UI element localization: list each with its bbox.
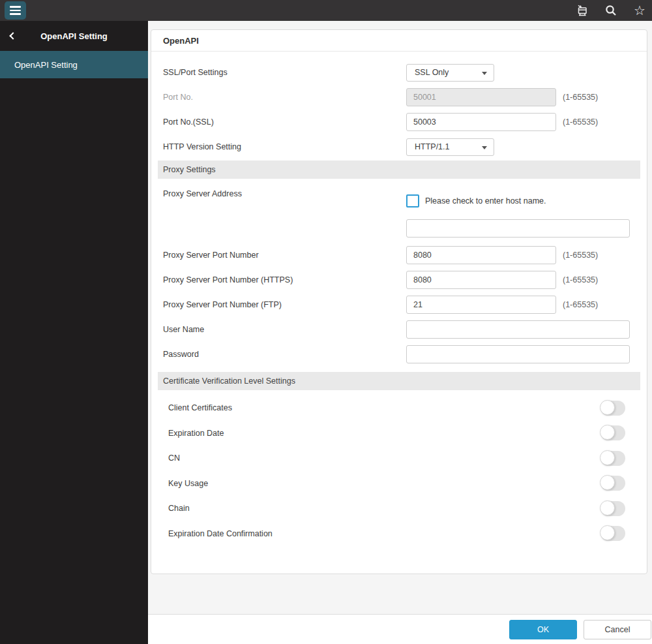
hamburger-icon (10, 6, 21, 8)
user-name-input[interactable] (406, 320, 630, 339)
footer-bar: OK Cancel (148, 614, 652, 644)
toggle-knob (600, 450, 615, 465)
sidebar-item-label: OpenAPI Setting (14, 60, 78, 70)
expiration-date-toggle[interactable] (600, 425, 625, 440)
key-usage-label: Key Usage (168, 479, 600, 488)
search-icon (604, 4, 617, 17)
sidebar-item-openapi-setting[interactable]: OpenAPI Setting (0, 51, 148, 78)
password-row: Password (151, 342, 647, 367)
port-no-ssl-row: Port No.(SSL) (1-65535) (151, 110, 647, 134)
topbar: ☆ (0, 0, 652, 21)
chain-label: Chain (168, 504, 600, 513)
expiration-date-confirmation-toggle[interactable] (600, 526, 625, 541)
proxy-port-ftp-input[interactable] (406, 296, 556, 314)
sidebar-title: OpenAPI Setting (40, 31, 108, 41)
star-icon: ☆ (634, 4, 645, 17)
expiration-date-confirmation-row: Expiration Date Confirmation (151, 521, 647, 547)
proxy-port-input[interactable] (406, 246, 556, 264)
menu-hamburger-button[interactable] (5, 1, 26, 20)
expiration-date-row: Expiration Date (151, 421, 647, 446)
page-title: OpenAPI (151, 30, 647, 52)
sidebar: OpenAPI Setting OpenAPI Setting (0, 21, 148, 644)
back-chevron-icon[interactable] (9, 32, 16, 39)
hamburger-icon (10, 10, 21, 12)
http-version-row: HTTP Version Setting HTTP/1.1 (151, 134, 647, 159)
http-version-value: HTTP/1.1 (415, 142, 450, 151)
password-label: Password (163, 350, 406, 359)
port-no-ssl-input[interactable] (406, 113, 556, 131)
hostname-checkbox[interactable] (406, 194, 419, 207)
proxy-port-https-input[interactable] (406, 271, 556, 289)
proxy-server-address-row: Proxy Server Address Please check to ent… (151, 181, 647, 243)
proxy-port-https-range-hint: (1-65535) (563, 275, 598, 284)
password-input[interactable] (406, 345, 630, 363)
sidebar-header: OpenAPI Setting (0, 21, 148, 51)
cancel-button[interactable]: Cancel (584, 620, 651, 639)
settings-card: OpenAPI SSL/Port Settings SSL Only Port … (151, 29, 647, 574)
port-no-row: Port No. (1-65535) (151, 85, 647, 110)
expiration-date-label: Expiration Date (168, 429, 600, 438)
cn-row: CN (151, 446, 647, 471)
port-no-input (406, 88, 556, 106)
proxy-host-input[interactable] (406, 219, 630, 238)
proxy-port-ftp-range-hint: (1-65535) (563, 300, 598, 309)
port-no-range-hint: (1-65535) (563, 93, 598, 102)
chain-row: Chain (151, 496, 647, 521)
client-certificates-toggle[interactable] (600, 401, 625, 416)
user-name-row: User Name (151, 317, 647, 342)
port-no-ssl-label: Port No.(SSL) (163, 117, 406, 127)
proxy-port-https-label: Proxy Server Port Number (HTTPS) (163, 275, 406, 284)
proxy-port-range-hint: (1-65535) (563, 251, 598, 260)
proxy-port-row: Proxy Server Port Number (1-65535) (151, 243, 647, 268)
topbar-actions: ☆ (574, 2, 648, 19)
ssl-port-settings-label: SSL/Port Settings (163, 68, 406, 77)
port-no-label: Port No. (163, 93, 406, 102)
proxy-port-label: Proxy Server Port Number (163, 251, 406, 260)
proxy-port-ftp-label: Proxy Server Port Number (FTP) (163, 300, 406, 309)
cn-label: CN (168, 453, 600, 463)
expiration-date-confirmation-label: Expiration Date Confirmation (168, 529, 600, 538)
search-button[interactable] (602, 2, 619, 19)
ssl-port-settings-select[interactable]: SSL Only (406, 64, 494, 82)
user-name-label: User Name (163, 325, 406, 334)
certificate-toggles: Client Certificates Expiration Date CN K… (151, 390, 647, 546)
toggle-knob (600, 475, 615, 490)
printer-device-button[interactable] (574, 2, 591, 19)
proxy-server-address-controls: Please check to enter host name. (406, 181, 630, 243)
key-usage-toggle[interactable] (600, 476, 625, 491)
hamburger-icon (10, 13, 21, 15)
port-no-ssl-range-hint: (1-65535) (563, 117, 598, 127)
toggle-knob (600, 525, 615, 540)
proxy-settings-header: Proxy Settings (158, 161, 640, 179)
proxy-server-address-label: Proxy Server Address (163, 181, 406, 243)
client-certificates-row: Client Certificates (151, 395, 647, 421)
cn-toggle[interactable] (600, 451, 625, 466)
ssl-port-settings-value: SSL Only (415, 68, 449, 77)
ok-button[interactable]: OK (509, 620, 577, 639)
http-version-select[interactable]: HTTP/1.1 (406, 138, 494, 156)
http-version-label: HTTP Version Setting (163, 142, 406, 151)
favorite-button[interactable]: ☆ (631, 2, 648, 19)
hostname-checkbox-row: Please check to enter host name. (406, 194, 630, 207)
main-area: OpenAPI SSL/Port Settings SSL Only Port … (148, 21, 652, 644)
proxy-port-https-row: Proxy Server Port Number (HTTPS) (1-6553… (151, 268, 647, 292)
printer-icon (575, 3, 589, 18)
toggle-knob (600, 425, 615, 440)
certificate-verification-header: Certificate Verification Level Settings (158, 372, 640, 390)
hostname-checkbox-label: Please check to enter host name. (425, 196, 546, 206)
hostname-input-row (406, 219, 630, 238)
proxy-port-ftp-row: Proxy Server Port Number (FTP) (1-65535) (151, 292, 647, 317)
key-usage-row: Key Usage (151, 471, 647, 497)
settings-form: SSL/Port Settings SSL Only Port No. (1-6… (151, 52, 647, 546)
ssl-port-settings-row: SSL/Port Settings SSL Only (151, 60, 647, 85)
client-certificates-label: Client Certificates (168, 403, 600, 412)
toggle-knob (600, 400, 615, 415)
chain-toggle[interactable] (600, 501, 625, 516)
toggle-knob (600, 500, 615, 515)
